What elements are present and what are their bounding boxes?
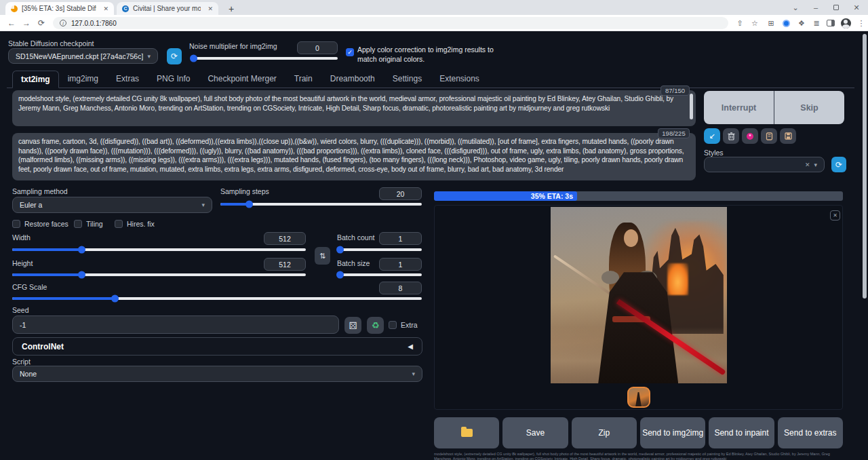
- random-seed-button[interactable]: ⚄: [344, 317, 361, 334]
- reading-list-icon[interactable]: ≣: [810, 17, 823, 29]
- noise-multiplier-input[interactable]: 0: [297, 41, 338, 54]
- extensions-puzzle-icon[interactable]: ❖: [795, 17, 808, 29]
- close-gallery-button[interactable]: ✕: [830, 210, 840, 221]
- save-style-button[interactable]: [780, 128, 796, 144]
- slider-handle[interactable]: [336, 271, 344, 279]
- slider-handle[interactable]: [336, 246, 344, 254]
- cfg-scale-slider[interactable]: [12, 297, 422, 300]
- reuse-seed-button[interactable]: ♻: [367, 317, 384, 334]
- tab-settings[interactable]: Settings: [384, 71, 431, 88]
- tab-checkpoint-merger[interactable]: Checkpoint Merger: [199, 71, 285, 88]
- gallery-thumbnail[interactable]: [627, 387, 650, 408]
- skip-button[interactable]: Skip: [774, 91, 844, 124]
- batch-count-slider[interactable]: [337, 248, 422, 251]
- restore-faces-checkbox[interactable]: [12, 220, 20, 228]
- checkpoint-dropdown[interactable]: SD15NewVAEpruned.ckpt [27a4ac756c] ▾: [8, 48, 158, 64]
- noise-multiplier-slider[interactable]: [191, 57, 338, 60]
- apply-style-button[interactable]: [761, 128, 777, 144]
- back-button[interactable]: ←: [5, 17, 18, 29]
- browser-tab-active[interactable]: [35% ETA: 3s] Stable Diffusion ✕: [5, 2, 114, 15]
- script-dropdown[interactable]: None ▾: [12, 366, 422, 382]
- page-scrollbar[interactable]: [863, 34, 867, 299]
- new-tab-button[interactable]: +: [225, 3, 237, 15]
- save-floppy-icon: [785, 132, 792, 140]
- site-info-icon[interactable]: i: [60, 20, 66, 26]
- slider-handle[interactable]: [111, 295, 119, 303]
- width-input[interactable]: 512: [264, 232, 306, 245]
- controlnet-label: ControlNet: [22, 342, 64, 351]
- interrupt-button[interactable]: Interrupt: [704, 91, 774, 124]
- sampling-steps-input[interactable]: 20: [379, 187, 422, 200]
- zip-button[interactable]: Zip: [572, 417, 637, 448]
- restore-faces-option[interactable]: Restore faces: [12, 220, 68, 228]
- share-icon[interactable]: ⇧: [734, 17, 746, 29]
- browser-menu-kebab-icon[interactable]: ⋮: [855, 17, 867, 29]
- tiling-checkbox[interactable]: [74, 220, 82, 228]
- profile-avatar[interactable]: [840, 17, 852, 29]
- tab-groups-icon[interactable]: ⊞: [765, 17, 777, 29]
- batch-size-slider[interactable]: [337, 273, 422, 276]
- window-minimize-button[interactable]: –: [806, 0, 826, 15]
- controlnet-accordion[interactable]: ControlNet ◀: [12, 337, 422, 356]
- tab-close-icon[interactable]: ✕: [208, 5, 213, 12]
- tab-close-icon[interactable]: ✕: [103, 5, 108, 12]
- tab-txt2img[interactable]: txt2img: [12, 71, 59, 88]
- clear-prompt-button[interactable]: [723, 128, 739, 144]
- tiling-label: Tiling: [86, 220, 103, 228]
- negative-prompt-textarea[interactable]: canvas frame, cartoon, 3d, ((disfigured)…: [12, 133, 696, 180]
- cfg-scale-input[interactable]: 8: [379, 282, 422, 294]
- send-to-extras-button[interactable]: Send to extras: [778, 417, 843, 448]
- width-slider[interactable]: [12, 248, 306, 251]
- hires-fix-option[interactable]: Hires. fix: [115, 220, 155, 228]
- seed-input[interactable]: -1: [12, 315, 339, 334]
- swap-dimensions-button[interactable]: ⇅: [315, 247, 330, 265]
- checkpoint-refresh-button[interactable]: ⟳: [167, 48, 182, 64]
- tab-extras[interactable]: Extras: [107, 71, 148, 88]
- progress-bar: 35% ETA: 3s: [434, 191, 843, 201]
- address-bar[interactable]: i 127.0.0.1:7860: [53, 17, 728, 29]
- send-to-inpaint-button[interactable]: Send to inpaint: [709, 417, 774, 448]
- bookmark-star-icon[interactable]: ☆: [749, 17, 761, 29]
- generated-image[interactable]: [551, 207, 727, 383]
- extra-networks-button[interactable]: [742, 128, 758, 144]
- tab-dreambooth[interactable]: Dreambooth: [321, 71, 384, 88]
- color-correction-checkbox[interactable]: ✓: [346, 48, 354, 56]
- hires-fix-checkbox[interactable]: [115, 220, 123, 228]
- extra-seed-option[interactable]: Extra: [389, 321, 418, 329]
- prompt-scrollbar[interactable]: [690, 94, 693, 119]
- paste-params-button[interactable]: ↙: [704, 128, 720, 144]
- browser-tab-civitai[interactable]: C Civitai | Share your models ✕: [117, 2, 218, 15]
- slider-handle[interactable]: [78, 271, 85, 279]
- tab-train[interactable]: Train: [285, 71, 321, 88]
- tab-img2img[interactable]: img2img: [59, 71, 107, 88]
- send-to-img2img-button[interactable]: Send to img2img: [640, 417, 705, 448]
- tab-extensions[interactable]: Extensions: [431, 71, 488, 88]
- open-folder-button[interactable]: [434, 417, 499, 448]
- sampling-method-dropdown[interactable]: Euler a ▾: [12, 197, 212, 213]
- clear-styles-icon[interactable]: ✕: [805, 161, 810, 168]
- slider-handle[interactable]: [190, 55, 197, 62]
- styles-dropdown[interactable]: ✕ ▾: [704, 157, 825, 172]
- height-input[interactable]: 512: [264, 258, 306, 271]
- side-panel-icon[interactable]: [825, 17, 837, 29]
- height-slider[interactable]: [12, 273, 306, 276]
- tab-png-info[interactable]: PNG Info: [148, 71, 199, 88]
- slider-handle[interactable]: [245, 201, 253, 208]
- extra-seed-checkbox[interactable]: [389, 321, 397, 329]
- restore-icon: [833, 5, 839, 10]
- sampling-steps-slider[interactable]: [220, 203, 422, 206]
- media-control-icon[interactable]: [780, 17, 792, 29]
- styles-refresh-button[interactable]: ⟳: [831, 157, 846, 172]
- slider-handle[interactable]: [78, 246, 85, 254]
- save-button[interactable]: Save: [502, 417, 568, 448]
- prompt-textarea[interactable]: modelshoot style, (extremely detailed CG…: [12, 90, 696, 126]
- batch-count-input[interactable]: 1: [379, 232, 422, 245]
- reload-button[interactable]: ⟳: [35, 17, 47, 29]
- tiling-option[interactable]: Tiling: [74, 220, 103, 228]
- window-restore-button[interactable]: [826, 0, 846, 15]
- batch-size-input[interactable]: 1: [379, 258, 422, 271]
- window-close-button[interactable]: ✕: [846, 0, 867, 15]
- forward-button[interactable]: →: [20, 17, 33, 29]
- batch-size-label: Batch size: [337, 259, 370, 267]
- window-chevron-icon[interactable]: ⌄: [785, 0, 806, 15]
